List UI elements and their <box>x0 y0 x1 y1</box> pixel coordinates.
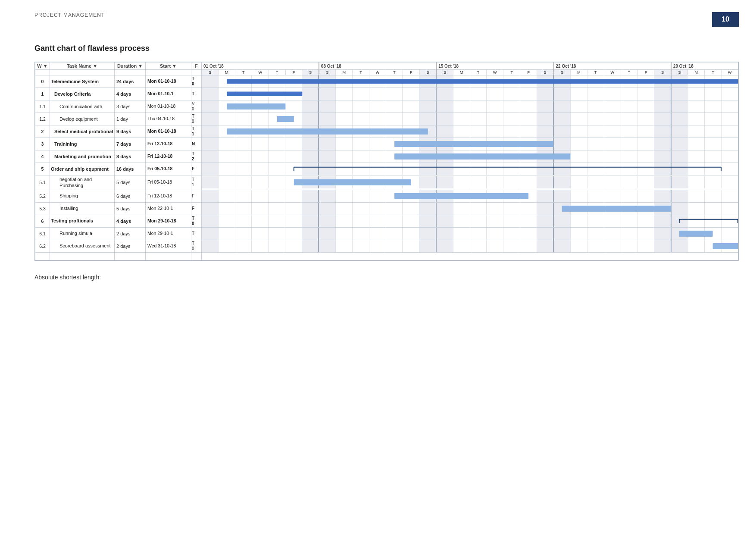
task-fin-6: T 0 <box>191 215 202 227</box>
task-fin-4: T 2 <box>191 150 202 163</box>
gantt-bar-1.1 <box>202 100 738 113</box>
gantt-bar-5.3 <box>202 202 738 215</box>
task-fin-1: T <box>191 88 202 100</box>
task-dur-1.1: 3 days <box>115 100 146 113</box>
chart-title: Gantt chart of flawless process <box>34 44 756 53</box>
task-dur-5.3: 5 days <box>115 202 146 215</box>
task-w-4: 4 <box>35 150 50 163</box>
task-name-5: Order and ship equpment <box>50 163 115 175</box>
task-start-5.3: Mon 22-10-1 <box>146 202 191 215</box>
day-2: M <box>218 70 235 75</box>
gantt-container: W ▼ Task Name ▼ Duration ▼ Start ▼ F 01 … <box>34 62 739 261</box>
task-dur-5.1: 5 days <box>115 175 146 190</box>
day-25: W <box>604 70 621 75</box>
col-w-header[interactable]: W ▼ <box>35 63 50 70</box>
week-header-row: W ▼ Task Name ▼ Duration ▼ Start ▼ F 01 … <box>35 63 738 70</box>
task-start-4: Fri 12-10-18 <box>146 150 191 163</box>
task-start-6: Mon 29-10-18 <box>146 215 191 227</box>
task-fin-1.2: T 0 <box>191 113 202 125</box>
gantt-table: W ▼ Task Name ▼ Duration ▼ Start ▼ F 01 … <box>35 62 738 260</box>
task-dur-5.2: 6 days <box>115 190 146 202</box>
svg-rect-7 <box>277 116 294 122</box>
day-11: W <box>369 70 386 75</box>
svg-rect-8 <box>227 128 428 135</box>
task-start-5.2: Fri 12-10-18 <box>146 190 191 202</box>
day-21: S <box>537 70 554 75</box>
task-name-3: Trainining <box>50 138 115 150</box>
task-row-5.3: 5.3 Installing 5 days Mon 22-10-1 F <box>35 202 738 215</box>
svg-rect-24 <box>679 231 713 237</box>
svg-rect-17 <box>394 193 528 199</box>
day-12: T <box>386 70 403 75</box>
svg-rect-0 <box>227 79 738 84</box>
col-dur-header[interactable]: Duration ▼ <box>115 63 146 70</box>
col-fin-header: F <box>191 63 202 70</box>
day-4: W <box>252 70 269 75</box>
day-31: T <box>705 70 722 75</box>
task-name-2: Select medical profational <box>50 125 115 138</box>
day-13: F <box>403 70 419 75</box>
task-w-6: 6 <box>35 215 50 227</box>
task-w-5.1: 5.1 <box>35 175 50 190</box>
task-start-6.2: Wed 31-10-18 <box>146 240 191 252</box>
day-18: W <box>487 70 503 75</box>
task-start-0: Mon 01-10-18 <box>146 75 191 88</box>
task-dur-1.2: 1 day <box>115 113 146 125</box>
day-header-row: S M T W T F S S M T W T F S S M T W T F <box>35 70 738 75</box>
day-14: S <box>419 70 436 75</box>
svg-rect-18 <box>562 206 671 212</box>
gantt-bar-6.2 <box>202 240 738 252</box>
task-name-1.2: Dvelop equipment <box>50 113 115 125</box>
day-9: M <box>336 70 353 75</box>
day-22: S <box>554 70 571 75</box>
day-23: M <box>570 70 587 75</box>
gantt-bar-5.1 <box>202 175 738 190</box>
day-28: S <box>654 70 671 75</box>
day-20: F <box>520 70 537 75</box>
gantt-empty-row <box>35 252 738 260</box>
gantt-bar-1.2 <box>202 113 738 125</box>
task-row-0: 0 Telemedicine System 24 days Mon 01-10-… <box>35 75 738 88</box>
col-start-header[interactable]: Start ▼ <box>146 63 191 70</box>
task-name-6.2: Scoreboard assessment <box>50 240 115 252</box>
col-name-header[interactable]: Task Name ▼ <box>50 63 115 70</box>
task-fin-2: T 1 <box>191 125 202 138</box>
task-row-5.1: 5.1 negotiation and Purchasing 5 days Fr… <box>35 175 738 190</box>
gantt-bar-6.1 <box>202 227 738 240</box>
week-oct15: 15 Oct '18 <box>436 63 553 70</box>
task-fin-1.1: V 0 <box>191 100 202 113</box>
gantt-bar-1 <box>202 88 738 100</box>
task-dur-6: 4 days <box>115 215 146 227</box>
task-w-6.1: 6.1 <box>35 227 50 240</box>
svg-rect-6 <box>227 103 285 110</box>
task-name-4: Marketing and promotion <box>50 150 115 163</box>
svg-rect-16 <box>294 179 411 185</box>
day-3: T <box>235 70 252 75</box>
day-17: T <box>470 70 487 75</box>
day-27: F <box>637 70 654 75</box>
task-w-1.2: 1.2 <box>35 113 50 125</box>
task-w-5: 5 <box>35 163 50 175</box>
task-start-2: Mon 01-10-18 <box>146 125 191 138</box>
task-dur-6.1: 2 days <box>115 227 146 240</box>
week-oct01: 01 Oct '18 <box>202 63 319 70</box>
task-start-1.1: Mon 01-10-18 <box>146 100 191 113</box>
task-w-1: 1 <box>35 88 50 100</box>
task-w-5.2: 5.2 <box>35 190 50 202</box>
task-dur-3: 7 days <box>115 138 146 150</box>
task-row-5.2: 5.2 Shipping 6 days Fri 12-10-18 F <box>35 190 738 202</box>
task-fin-5.2: F <box>191 190 202 202</box>
day-32: W <box>722 70 738 75</box>
task-row-5: 5 Order and ship equpment 16 days Fri 05… <box>35 163 738 175</box>
day-16: M <box>453 70 470 75</box>
task-row-6: 6 Testing proftionals 4 days Mon 29-10-1… <box>35 215 738 227</box>
svg-rect-3 <box>227 91 302 96</box>
task-w-3: 3 <box>35 138 50 150</box>
task-row-1.1: 1.1 Communication with 3 days Mon 01-10-… <box>35 100 738 113</box>
task-w-1.1: 1.1 <box>35 100 50 113</box>
task-name-1: Develop Criteria <box>50 88 115 100</box>
day-10: T <box>353 70 369 75</box>
gantt-bar-2 <box>202 125 738 138</box>
gantt-bar-3 <box>202 138 738 150</box>
task-fin-5.3: F <box>191 202 202 215</box>
